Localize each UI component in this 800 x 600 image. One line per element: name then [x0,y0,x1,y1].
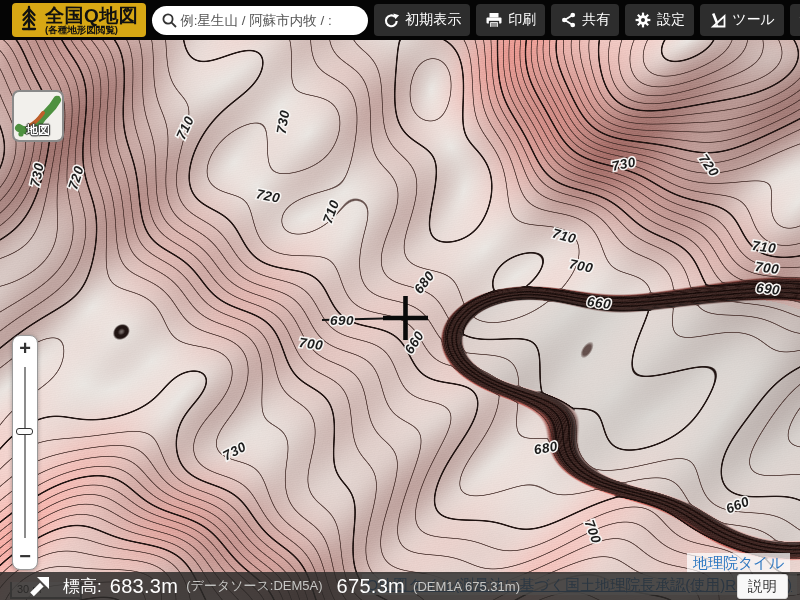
tools-label: ツール [732,11,775,29]
printer-icon [485,12,503,29]
search-input[interactable] [178,12,360,29]
settings-label: 設定 [657,11,685,29]
reset-view-label: 初期表示 [405,11,461,29]
map-viewport[interactable]: 7307207107307207107006906806607307207107… [0,40,800,600]
elevation-value-dem1a: 675.3m [337,575,406,598]
status-bar: 標高: 683.3m (データソース:DEM5A) 675.3m (DEM1A … [0,572,800,600]
zoom-slider-knob[interactable] [16,428,33,435]
app-title: 全国Q地図 [45,6,138,25]
elevation-source-dem5a: (データソース:DEM5A) [186,577,322,595]
ne-arrow-icon [27,575,51,598]
zoom-in-button[interactable]: + [13,336,37,361]
attribution-gsi[interactable]: 地理院タイル [687,553,790,573]
share-label: 共有 [582,11,610,29]
zoom-slider-track[interactable] [13,361,37,544]
app-logo[interactable]: 全国Q地図 (各種地形図閲覧) [12,3,146,37]
print-button[interactable]: 印刷 [476,4,545,36]
tools-button[interactable]: ツール [700,4,784,36]
zoom-control: + − [12,335,38,570]
share-icon [560,11,577,29]
search-icon [161,12,178,29]
share-button[interactable]: 共有 [551,4,619,36]
qmap-app: 全国Q地図 (各種地形図閲覧) 初期表示 [0,0,800,600]
elevation-source-dem1a: (DEM1A 675.31m) [413,579,520,594]
zoom-slider-line [24,367,26,538]
gear-icon [634,11,652,29]
elevation-value-dem5a: 683.3m [110,575,179,598]
tree-icon [17,3,41,37]
app-subtitle: (各種地形図閲覧) [45,25,138,35]
explain-button[interactable]: 説明 [737,574,788,599]
search-box [152,6,368,35]
terrain-canvas[interactable] [0,40,800,600]
minimap-label: 地図 [14,122,62,139]
settings-button[interactable]: 設定 [625,4,694,36]
help-button[interactable]: ? ヘルプ [790,4,800,36]
top-toolbar: 全国Q地図 (各種地形図閲覧) 初期表示 [0,0,800,40]
print-label: 印刷 [508,11,536,29]
tools-icon [709,11,727,29]
minimap-control[interactable]: 地図 [12,90,64,142]
elevation-label: 標高: [63,575,102,598]
reset-view-button[interactable]: 初期表示 [374,4,470,36]
zoom-out-button[interactable]: − [13,544,37,569]
refresh-icon [383,12,400,29]
